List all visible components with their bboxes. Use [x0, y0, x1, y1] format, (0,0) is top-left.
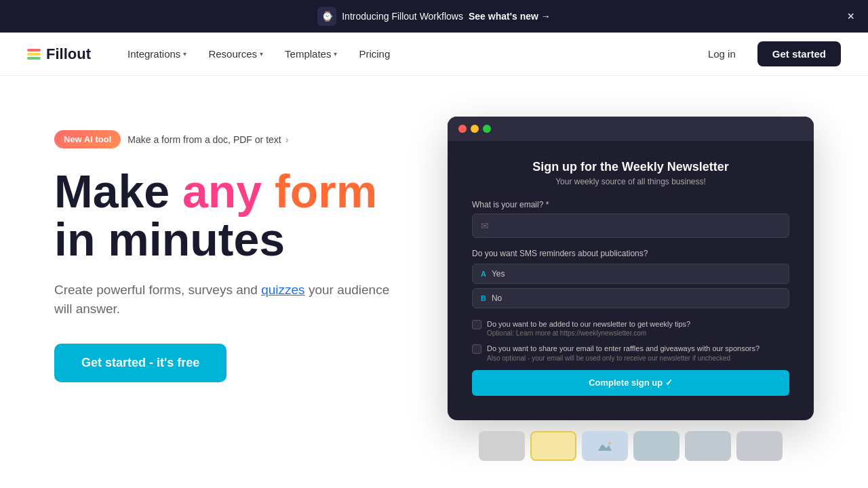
ai-badge: New AI tool — [54, 130, 121, 148]
logo-line-red — [27, 49, 41, 52]
form-title: Sign up for the Weekly Newsletter — [472, 160, 789, 174]
submit-button[interactable]: Complete sign up ✓ — [472, 370, 789, 396]
form-subtitle: Your weekly source of all things busines… — [472, 177, 789, 186]
arrow-icon: › — [285, 134, 289, 145]
announcement-link[interactable]: See what's new → — [469, 11, 551, 22]
headline-any: any — [182, 165, 262, 217]
hero-left: New AI tool Make a form from a doc, PDF … — [54, 117, 434, 382]
option-val-yes: Yes — [492, 269, 505, 279]
logo-line-green — [27, 57, 41, 60]
checkbox-1[interactable] — [472, 320, 481, 329]
thumb-4[interactable] — [633, 431, 679, 461]
get-started-hero-button[interactable]: Get started - it's free — [54, 344, 226, 382]
nav-actions: Log in Get started — [694, 41, 841, 66]
nav-links: Integrations ▾ Resources ▾ Templates ▾ P… — [118, 43, 694, 65]
thumbnail-strip — [448, 431, 814, 461]
chevron-down-icon: ▾ — [183, 50, 186, 58]
checkbox-2[interactable] — [472, 344, 481, 354]
checkbox-2-subtext: Also optional - your email will be used … — [487, 354, 760, 362]
browser-dot-green — [483, 125, 491, 133]
hero-right: Sign up for the Weekly Newsletter Your w… — [434, 117, 814, 461]
navbar: Fillout Integrations ▾ Resources ▾ Templ… — [0, 33, 868, 76]
sms-options: A Yes B No — [472, 264, 789, 308]
logo-text: Fillout — [46, 45, 91, 63]
nav-item-resources[interactable]: Resources ▾ — [199, 43, 273, 65]
announcement-text: Introducing Fillout Workflows — [342, 11, 463, 22]
logo-icon — [27, 49, 41, 60]
svg-point-0 — [608, 442, 611, 445]
chevron-down-icon: ▾ — [260, 50, 263, 58]
email-field-label: What is your email? * — [472, 200, 789, 209]
checkbox-1-subtext: Optional: Learn more at https://weeklyne… — [487, 329, 690, 337]
checkbox-row-1: Do you want to be added to our newslette… — [472, 319, 789, 337]
checkbox-2-text: Do you want to share your email to enter… — [487, 344, 760, 354]
headline-form: form — [262, 165, 377, 217]
email-icon: ✉ — [481, 220, 489, 231]
thumb-3[interactable] — [582, 431, 628, 461]
browser-titlebar — [448, 117, 814, 141]
email-input[interactable]: ✉ — [472, 214, 789, 238]
logo[interactable]: Fillout — [27, 45, 91, 63]
browser-dot-yellow — [471, 125, 479, 133]
checkbox-1-text: Do you want to be added to our newslette… — [487, 319, 690, 329]
hero-section: New AI tool Make a form from a doc, PDF … — [0, 76, 868, 461]
form-preview-container: Sign up for the Weekly Newsletter Your w… — [448, 117, 814, 461]
thumb-5[interactable] — [685, 431, 731, 461]
announcement-icon: ⌚ — [317, 7, 336, 26]
thumb-1[interactable] — [479, 431, 525, 461]
option-key-b: B — [481, 294, 486, 302]
quizzes-link[interactable]: quizzes — [261, 283, 304, 297]
thumb-6[interactable] — [736, 431, 783, 461]
announcement-bar: ⌚ Introducing Fillout Workflows See what… — [0, 0, 868, 33]
headline-make: Make — [54, 165, 182, 217]
nav-item-integrations[interactable]: Integrations ▾ — [118, 43, 196, 65]
get-started-nav-button[interactable]: Get started — [757, 41, 841, 66]
thumb-2[interactable] — [530, 431, 576, 461]
nav-item-pricing[interactable]: Pricing — [349, 43, 399, 65]
hero-subtext: Create powerful forms, surveys and quizz… — [54, 281, 393, 319]
browser-dot-red — [458, 125, 467, 133]
ai-badge-row: New AI tool Make a form from a doc, PDF … — [54, 130, 434, 148]
chevron-down-icon: ▾ — [334, 50, 337, 58]
logo-line-yellow — [27, 53, 41, 56]
login-button[interactable]: Log in — [694, 43, 749, 65]
option-val-no: No — [492, 293, 502, 303]
checkbox-row-2: Do you want to share your email to enter… — [472, 344, 789, 361]
nav-item-templates[interactable]: Templates ▾ — [275, 43, 347, 65]
sms-option-yes[interactable]: A Yes — [472, 264, 789, 284]
headline-in-minutes: in minutes — [54, 214, 285, 265]
browser-window: Sign up for the Weekly Newsletter Your w… — [448, 117, 814, 420]
sms-label: Do you want SMS reminders about publicat… — [472, 249, 789, 258]
mountain-icon — [583, 432, 627, 460]
close-button[interactable]: × — [847, 9, 854, 24]
announcement-content: ⌚ Introducing Fillout Workflows See what… — [317, 7, 551, 26]
sms-option-no[interactable]: B No — [472, 288, 789, 308]
ai-badge-description[interactable]: Make a form from a doc, PDF or text › — [127, 134, 288, 145]
option-key-a: A — [481, 270, 486, 278]
form-body: Sign up for the Weekly Newsletter Your w… — [448, 141, 814, 420]
headline: Make any form in minutes — [54, 167, 434, 264]
